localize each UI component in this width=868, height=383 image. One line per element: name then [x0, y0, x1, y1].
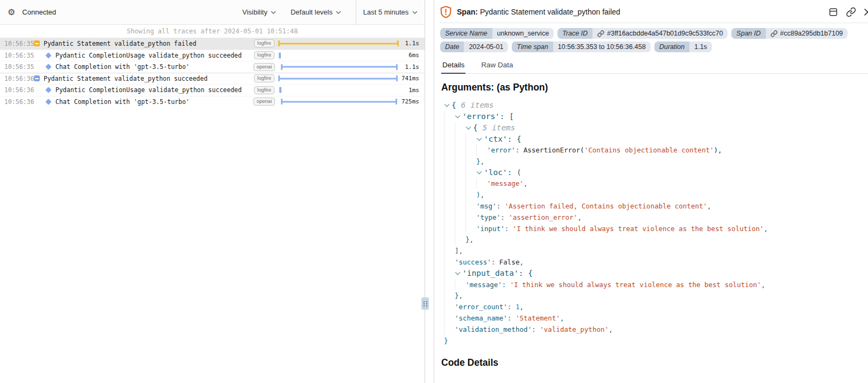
link-icon[interactable] [846, 7, 856, 17]
trace-title: Pydantic CompletionUsage validate_python… [55, 52, 252, 59]
trace-row[interactable]: 10:56:36Chat Completion with 'gpt-3.5-tu… [0, 96, 425, 108]
trace-timestamp: 10:56:35 [0, 63, 32, 71]
code-details-heading: Code Details [441, 357, 868, 368]
time-range-dropdown[interactable]: Last 5 minutes [356, 0, 425, 24]
trace-row[interactable]: 10:56:35Pydantic CompletionUsage validat… [0, 50, 425, 61]
source-badge: openai [253, 63, 276, 71]
trace-row[interactable]: 10:56:36Pydantic Statement validate_pyth… [0, 73, 425, 85]
source-badge: logfire [254, 86, 274, 94]
trace-title: Chat Completion with 'gpt-3.5-turbo' [55, 63, 252, 71]
code-token: : [507, 314, 516, 322]
tab-raw-data[interactable]: Raw Data [480, 58, 514, 73]
indent-guide [455, 167, 465, 178]
tree-collapse-icon[interactable] [444, 100, 451, 111]
trace-list-panel: ⚙ Connected Visibility Default levels La… [0, 0, 425, 383]
indent-guide [444, 268, 455, 279]
code-token: , [519, 303, 524, 311]
visibility-dropdown[interactable]: Visibility [242, 8, 276, 16]
badge-value[interactable]: #3ff16acbdde4a547b01d9c9c533fcc70 [592, 28, 728, 39]
badge-label: Trace ID [558, 28, 592, 39]
default-levels-dropdown-label: Default levels [291, 8, 333, 16]
duration-bar-zone [278, 50, 399, 61]
duration-bar-zone [278, 73, 399, 85]
code-token: : [491, 258, 499, 266]
indent-guide [455, 223, 465, 234]
indent-guide [444, 256, 455, 268]
tree-collapse-icon[interactable] [455, 268, 462, 279]
indent-guide [455, 156, 465, 167]
code-token: 'Contains objectionable content' [584, 146, 714, 154]
source-badge: logfire [254, 39, 274, 47]
code-token: 'message' [487, 179, 524, 187]
close-icon[interactable] [864, 8, 868, 16]
panel-resize-handle[interactable] [421, 297, 429, 310]
duration-bar [281, 66, 398, 68]
badge-value-text: #3ff16acbdde4a547b01d9c9c533fcc70 [607, 30, 723, 37]
indent-guide [465, 200, 476, 212]
tree-collapse-icon[interactable] [465, 122, 473, 134]
badge-row: Date2024-05-01Time span10:56:35.353 to 1… [440, 41, 868, 52]
indent-guide [444, 122, 455, 134]
trace-duration: 1.1s [399, 40, 425, 47]
duration-bar-zone [278, 38, 399, 50]
trace-title: Pydantic Statement validate_python succe… [44, 75, 252, 82]
code-token: } [444, 337, 448, 345]
metadata-badge: Span ID#cc89a295db1b7109 [731, 28, 848, 39]
code-token: 'loc' [484, 168, 507, 177]
duration-bar-zone [278, 61, 399, 73]
tree-collapse-icon[interactable] [476, 133, 484, 144]
source-badge-wrap: logfire [252, 74, 277, 82]
trace-duration: 1.1s [399, 64, 425, 71]
trace-title: Chat Completion with 'gpt-3.5-turbo' [55, 98, 252, 106]
code-token: 5 items [482, 123, 515, 132]
indent-guide [444, 178, 455, 190]
code-line: 'type': 'assertion_error', [444, 212, 868, 223]
badge-value[interactable]: #cc89a295db1b7109 [766, 28, 848, 39]
indent-guide [444, 133, 455, 144]
code-token: }, [476, 157, 484, 165]
trace-row[interactable]: 10:56:36Pydantic CompletionUsage validat… [0, 84, 425, 96]
link-icon [597, 30, 604, 37]
code-token: : [507, 303, 516, 311]
time-range-label: Last 5 minutes [363, 8, 409, 16]
code-token: 1 [516, 303, 520, 311]
code-line: ), [444, 189, 868, 200]
tree-collapse-icon[interactable] [476, 167, 484, 178]
diamond-icon [44, 65, 53, 69]
code-line: 'error': AssertionError('Contains object… [444, 144, 868, 156]
code-token: 'success' [455, 258, 491, 266]
trace-duration: 725ms [399, 98, 425, 105]
indent-guide [444, 111, 455, 122]
settings-gear-icon[interactable]: ⚙ [8, 8, 15, 17]
code-token: 'validate_python' [540, 325, 609, 333]
trace-row[interactable]: 10:56:35Pydantic Statement validate_pyth… [0, 38, 425, 50]
split-panel-icon[interactable] [828, 7, 838, 17]
duration-bar-zone [278, 96, 399, 108]
default-levels-dropdown[interactable]: Default levels [291, 8, 341, 16]
trace-row[interactable]: 10:56:35Chat Completion with 'gpt-3.5-tu… [0, 61, 425, 73]
code-line: ], [444, 245, 868, 256]
code-token: : [532, 325, 540, 333]
trace-duration: 6ms [399, 52, 425, 59]
badge-value-text: 1.1s [694, 43, 707, 51]
badge-label: Date [440, 41, 464, 52]
code-token: 'schema_name' [455, 314, 507, 322]
code-line: }, [444, 290, 868, 302]
tree-collapse-icon[interactable] [455, 111, 462, 122]
metadata-badge: Trace ID#3ff16acbdde4a547b01d9c9c533fcc7… [558, 28, 728, 39]
link-icon [771, 30, 778, 37]
code-token: 'ctx' [484, 135, 507, 143]
span-name: Pydantic Statement validate_python faile… [480, 8, 620, 16]
code-token: { [451, 101, 461, 109]
tab-details[interactable]: Details [441, 58, 465, 74]
indent-guide [444, 301, 455, 312]
duration-bar [278, 43, 399, 44]
code-token: : [500, 213, 509, 221]
trace-timestamp: 10:56:36 [0, 98, 32, 106]
code-line: }, [444, 156, 868, 167]
badge-value: unknown_service [492, 28, 554, 39]
code-token: , [524, 179, 528, 187]
badge-label: Duration [654, 41, 689, 52]
code-line: 'loc': ( [444, 167, 868, 178]
badge-label: Service Name [440, 28, 492, 39]
